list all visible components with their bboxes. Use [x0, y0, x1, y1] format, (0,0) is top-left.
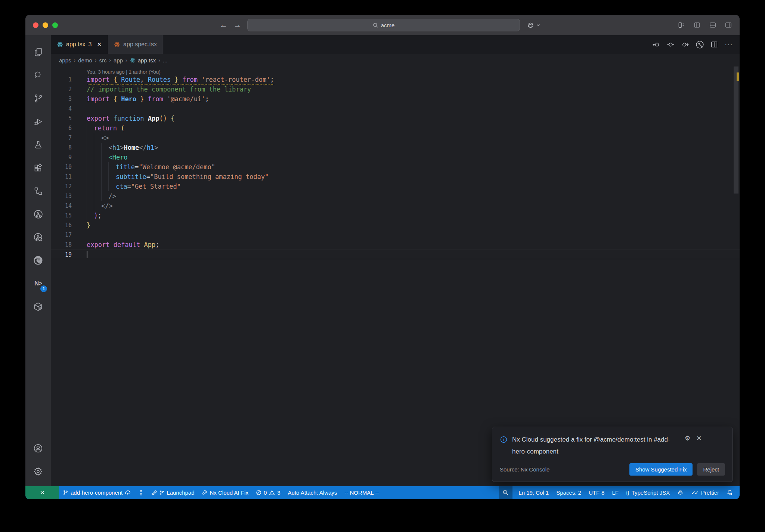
git-branch-icon: [33, 93, 43, 103]
indent-guide: [108, 182, 115, 191]
breadcrumb-item[interactable]: app: [114, 57, 123, 64]
nx-cloud-fix-status[interactable]: Nx Cloud AI Fix: [198, 486, 252, 499]
cursor-position-status[interactable]: Ln 19, Col 1: [515, 486, 552, 499]
code-line[interactable]: 2// importing the component from the lib…: [51, 84, 740, 94]
nav-back-button[interactable]: ←: [220, 21, 227, 30]
language-mode-status[interactable]: {} TypeScript JSX: [622, 486, 673, 499]
code-line[interactable]: 3import { Hero } from '@acme/ui';: [51, 94, 740, 104]
sidebar-item-edge-browser[interactable]: [25, 249, 51, 272]
close-window-button[interactable]: [33, 22, 38, 28]
editor-scrollbar[interactable]: [732, 66, 740, 486]
remote-indicator[interactable]: [25, 486, 59, 499]
code-line[interactable]: 11subtitle="Build something amazing toda…: [51, 172, 740, 182]
code-line[interactable]: 7<>: [51, 133, 740, 143]
sidebar-item-run-debug[interactable]: [25, 110, 51, 133]
code-line[interactable]: 6return (: [51, 123, 740, 133]
copilot-menu-button[interactable]: [527, 21, 541, 29]
code-line[interactable]: 12cta="Get Started": [51, 182, 740, 191]
prev-change-button[interactable]: [650, 39, 662, 50]
scrollbar-thumb[interactable]: [734, 66, 738, 194]
code-line[interactable]: 1import { Route, Routes } from 'react-ro…: [51, 75, 740, 84]
indentation-status[interactable]: Spaces: 2: [552, 486, 585, 499]
eol-status[interactable]: LF: [608, 486, 622, 499]
sidebar-item-testing[interactable]: [25, 133, 51, 156]
reject-button[interactable]: Reject: [697, 463, 725, 476]
breadcrumb-file[interactable]: app.tsx: [130, 57, 156, 64]
launchpad-status[interactable]: Launchpad: [148, 486, 198, 499]
code-line-content: import { Route, Routes } from 'react-rou…: [87, 75, 274, 84]
breadcrumb-symbol-more[interactable]: ...: [163, 57, 168, 64]
notification-settings-button[interactable]: ⚙: [685, 434, 690, 442]
gitlens-status[interactable]: [134, 486, 148, 499]
indent-guide: [94, 201, 101, 211]
rocket-icon: [151, 490, 157, 496]
indent-guide: [87, 172, 94, 182]
encoding-status[interactable]: UTF-8: [585, 486, 608, 499]
breadcrumb-item[interactable]: src: [99, 57, 106, 64]
code-line[interactable]: 4: [51, 104, 740, 114]
customize-layout-button[interactable]: [678, 21, 685, 29]
sidebar-item-extensions[interactable]: [25, 156, 51, 179]
breadcrumb-item[interactable]: demo: [78, 57, 92, 64]
tab-app-tsx[interactable]: app.tsx 3 ✕: [51, 35, 108, 54]
sidebar-item-nx-graph[interactable]: [25, 226, 51, 249]
extensions-icon: [33, 163, 43, 173]
sidebar-item-search[interactable]: [25, 64, 51, 87]
split-editor-button[interactable]: [709, 39, 720, 50]
notification-close-button[interactable]: ✕: [696, 434, 701, 442]
zoom-out-status[interactable]: [499, 486, 512, 499]
settings-button[interactable]: [25, 460, 51, 483]
zoom-window-button[interactable]: [52, 22, 58, 28]
account-button[interactable]: [25, 437, 51, 460]
toggle-secondary-sidebar-button[interactable]: [725, 21, 732, 29]
vim-mode-status[interactable]: -- NORMAL --: [341, 486, 382, 499]
code-line[interactable]: 14</>: [51, 201, 740, 211]
copilot-status[interactable]: [673, 486, 687, 499]
breadcrumb-item[interactable]: apps: [59, 57, 71, 64]
language-label: TypeScript JSX: [632, 489, 670, 496]
git-branch-status[interactable]: add-hero-component: [59, 486, 134, 499]
commit-nav-button[interactable]: [665, 39, 676, 50]
gear-icon: [33, 466, 43, 477]
breadcrumb-file-label: app.tsx: [138, 57, 156, 64]
sidebar-item-source-control[interactable]: [25, 87, 51, 110]
sidebar-item-explorer[interactable]: [25, 40, 51, 64]
bell-icon: [727, 489, 733, 496]
tab-close-button[interactable]: ✕: [97, 41, 102, 48]
code-line[interactable]: 5export function App() {: [51, 114, 740, 123]
code-line[interactable]: 18export default App;: [51, 240, 740, 250]
code-line[interactable]: 13/>: [51, 191, 740, 201]
code-line[interactable]: 16}: [51, 220, 740, 230]
nav-forward-button[interactable]: →: [233, 21, 241, 30]
indent-guide: [94, 172, 101, 182]
next-change-button[interactable]: [679, 39, 691, 50]
line-number: 3: [51, 94, 72, 104]
sidebar-item-package-explorer[interactable]: [25, 295, 51, 318]
code-line[interactable]: 15);: [51, 211, 740, 220]
toggle-panel-button[interactable]: [709, 21, 716, 29]
code-line[interactable]: 9<Hero: [51, 152, 740, 162]
minimize-window-button[interactable]: [43, 22, 48, 28]
sidebar-item-nx-projects[interactable]: [25, 179, 51, 202]
code-line[interactable]: 17: [51, 230, 740, 240]
run-circle-icon: [33, 209, 44, 220]
code-editor[interactable]: You, 3 hours ago | 1 author (You) 1impor…: [51, 66, 740, 486]
run-target-button[interactable]: [694, 39, 705, 50]
command-center-search[interactable]: acme: [247, 19, 520, 31]
sidebar-item-nx-console[interactable]: N> 1: [25, 272, 51, 295]
toggle-primary-sidebar-button[interactable]: [693, 21, 701, 29]
tab-bar: app.tsx 3 ✕ app.spec.tsx ···: [51, 35, 740, 54]
chevron-right-icon: ›: [74, 57, 76, 63]
prettier-status[interactable]: ✓✓ Prettier: [687, 486, 723, 499]
sidebar-item-nx-run-targets[interactable]: [25, 202, 51, 226]
tab-app-spec-tsx[interactable]: app.spec.tsx: [108, 35, 163, 54]
more-actions-button[interactable]: ···: [723, 39, 734, 50]
code-line[interactable]: 10title="Welcmoe @acme/demo": [51, 162, 740, 172]
notifications-bell-button[interactable]: [723, 486, 737, 499]
code-line[interactable]: 8<h1>Home</h1>: [51, 143, 740, 152]
code-line[interactable]: 19: [51, 250, 740, 259]
line-number: 4: [51, 104, 72, 114]
show-suggested-fix-button[interactable]: Show Suggested Fix: [629, 463, 693, 476]
auto-attach-status[interactable]: Auto Attach: Always: [284, 486, 341, 499]
problems-status[interactable]: 0 3: [252, 486, 284, 499]
